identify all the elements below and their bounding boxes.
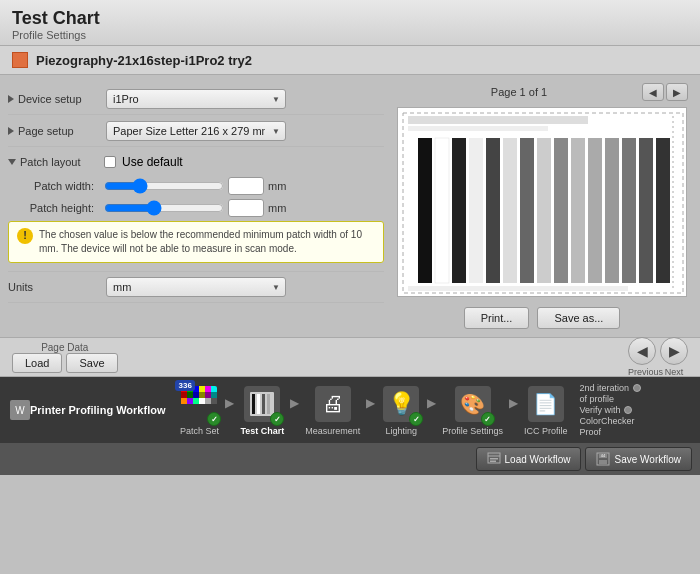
patch-height-slider-container: 11.9 mm (104, 199, 286, 217)
use-default-row: Use default (104, 155, 183, 169)
test-chart-label: Test Chart (240, 426, 284, 436)
patch-height-value[interactable]: 11.9 (228, 199, 264, 217)
arrow-5: ▶ (509, 396, 518, 424)
page-select-wrapper: Paper Size Letter 216 x 279 mm (106, 121, 286, 141)
page-setup-control: Paper Size Letter 216 x 279 mm (106, 121, 384, 141)
page-setup-label: Page setup (8, 125, 98, 137)
previous-button[interactable]: ◀ (628, 337, 656, 365)
patch-layout-section: Patch layout Use default Patch width: 7.… (8, 147, 384, 272)
page-data-label-wrapper: Page Data Load Save (12, 342, 118, 373)
load-workflow-button[interactable]: Load Workflow (476, 447, 582, 471)
bottom-action-bar: Load Workflow 44 Save Workflow (0, 443, 700, 475)
subtitle: Profile Settings (12, 29, 688, 41)
patch-height-unit: mm (268, 202, 286, 214)
patch-layout-label: Patch layout (8, 156, 98, 168)
next-button[interactable]: ▶ (660, 337, 688, 365)
save-workflow-button[interactable]: 44 Save Workflow (585, 447, 692, 471)
arrow-1: ▶ (225, 396, 234, 424)
warning-icon: ! (17, 228, 33, 244)
patch-layout-header: Patch layout Use default (8, 151, 384, 173)
patch-set-label: Patch Set (180, 426, 219, 436)
units-label: Units (8, 281, 98, 293)
svg-rect-3 (408, 126, 548, 131)
prev-next-buttons: ◀ ▶ Previous Next (628, 337, 688, 377)
svg-rect-25 (257, 394, 260, 414)
arrow-4: ▶ (427, 396, 436, 424)
patch-width-label: Patch width: (8, 180, 98, 192)
svg-rect-16 (622, 138, 636, 283)
expand-icon[interactable] (8, 159, 16, 165)
workflow-title: Printer Profiling Workflow (30, 404, 165, 416)
load-workflow-icon (487, 452, 501, 466)
chart-svg (398, 108, 687, 297)
icc-profile-icon: 📄 (528, 386, 564, 422)
load-save-buttons: Load Save (12, 353, 118, 373)
svg-rect-2 (408, 116, 588, 124)
patch-set-badge: 336 (175, 380, 194, 391)
chart-preview (397, 107, 687, 297)
svg-rect-8 (486, 138, 500, 283)
page-data-section: Page Data Load Save (12, 342, 118, 373)
svg-rect-11 (537, 138, 551, 283)
units-select[interactable]: mm (106, 277, 286, 297)
svg-rect-4 (418, 138, 432, 283)
next-page-btn[interactable]: ▶ (666, 83, 688, 101)
app-title: Test Chart (12, 8, 688, 29)
patch-width-value[interactable]: 7.5 (228, 177, 264, 195)
workflow-step-patch-set: 336 ✓ Patch Set (175, 384, 223, 436)
profile-settings-label: Profile Settings (442, 426, 503, 436)
page-select[interactable]: Paper Size Letter 216 x 279 mm (106, 121, 286, 141)
test-chart-check: ✓ (270, 412, 284, 426)
previous-label: Previous (628, 367, 656, 377)
settings-panel: Device setup i1Pro Page setup Paper Size (8, 83, 384, 329)
save-as-button[interactable]: Save as... (537, 307, 620, 329)
workflow-bar: W Printer Profiling Workflow 336 ✓ Patch… (0, 377, 700, 443)
measurement-icon-wrapper: 🖨 (313, 384, 353, 424)
patch-width-slider-container: 7.5 mm (104, 177, 286, 195)
chart-name-bar: Piezography-21x16step-i1Pro2 try2 (0, 46, 700, 75)
prev-next-labels: Previous Next (628, 367, 688, 377)
profile-settings-icon-wrapper: 🎨 ✓ (453, 384, 493, 424)
side-note-dot2 (624, 406, 632, 414)
print-button[interactable]: Print... (464, 307, 530, 329)
svg-text:44: 44 (601, 453, 606, 458)
workflow-step-test-chart: ✓ Test Chart (236, 384, 288, 436)
patch-height-label: Patch height: (8, 202, 98, 214)
svg-rect-26 (262, 394, 265, 414)
icc-profile-icon-wrapper: 📄 (526, 384, 566, 424)
side-note-dot1 (633, 384, 641, 392)
side-note-line3: Verify with (579, 405, 620, 415)
side-note-line5: Proof (579, 427, 601, 437)
use-default-label: Use default (122, 155, 183, 169)
svg-rect-34 (599, 460, 607, 464)
load-button[interactable]: Load (12, 353, 62, 373)
use-default-checkbox[interactable] (104, 156, 116, 168)
settings-area: Device setup i1Pro Page setup Paper Size (0, 75, 700, 337)
svg-rect-14 (588, 138, 602, 283)
svg-rect-30 (490, 458, 498, 460)
save-button[interactable]: Save (66, 353, 117, 373)
device-select[interactable]: i1Pro (106, 89, 286, 109)
workflow-step-measurement: 🖨 Measurement (301, 384, 364, 436)
page-data-bar: Page Data Load Save ◀ ▶ Previous Next (0, 337, 700, 377)
next-label: Next (660, 367, 688, 377)
patch-width-slider[interactable] (104, 181, 224, 191)
chart-icon (12, 52, 28, 68)
svg-rect-7 (469, 138, 483, 283)
svg-rect-31 (490, 461, 496, 463)
svg-rect-17 (639, 138, 653, 283)
patch-height-slider[interactable] (104, 203, 224, 213)
svg-rect-10 (520, 138, 534, 283)
svg-rect-9 (503, 138, 517, 283)
collapse-icon-2[interactable] (8, 127, 14, 135)
title-bar: Test Chart Profile Settings (0, 0, 700, 46)
chart-name: Piezography-21x16step-i1Pro2 try2 (36, 53, 252, 68)
patch-width-unit: mm (268, 180, 286, 192)
device-setup-row: Device setup i1Pro (8, 83, 384, 115)
patch-width-row: Patch width: 7.5 mm (8, 177, 384, 195)
svg-rect-24 (252, 394, 255, 414)
patch-height-row: Patch height: 11.9 mm (8, 199, 384, 217)
collapse-icon[interactable] (8, 95, 14, 103)
device-setup-label: Device setup (8, 93, 98, 105)
prev-page-btn[interactable]: ◀ (642, 83, 664, 101)
